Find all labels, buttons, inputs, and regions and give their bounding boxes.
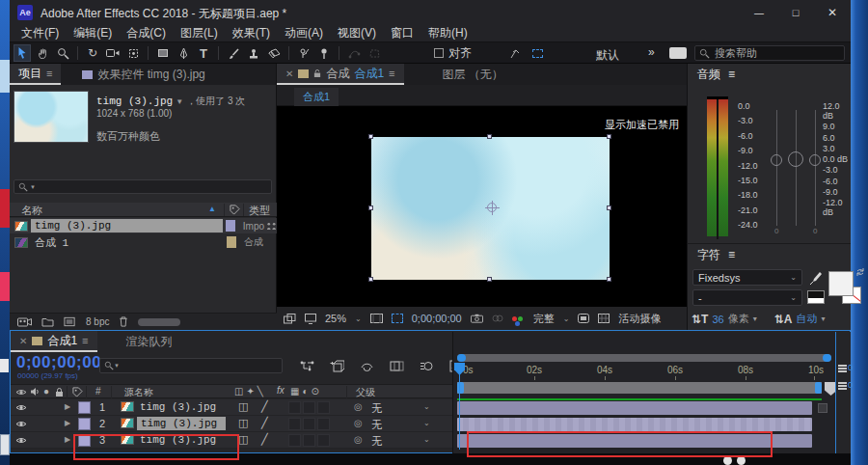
- eye-icon[interactable]: [15, 436, 27, 445]
- label-swatch[interactable]: [227, 236, 236, 248]
- master-level-slider[interactable]: [796, 110, 797, 226]
- zoom-level-dropdown[interactable]: 25%: [325, 313, 346, 324]
- layer-name[interactable]: timg (3).jpg: [140, 401, 216, 413]
- close-tab-icon[interactable]: ✕: [19, 336, 27, 346]
- font-family-dropdown[interactable]: Fixedsys ⌄: [692, 269, 802, 286]
- selection-handle[interactable]: [607, 277, 611, 282]
- transparency-grid-icon[interactable]: [598, 314, 610, 323]
- safe-margins-icon[interactable]: [370, 314, 383, 324]
- panel-menu-icon[interactable]: ≡: [728, 248, 735, 261]
- font-size-value[interactable]: 36: [712, 314, 723, 325]
- mask-feather-icon[interactable]: [506, 44, 524, 62]
- tab-timeline-comp[interactable]: ✕ 合成1 ≡: [11, 331, 97, 352]
- tab-composition[interactable]: ✕ 合成 合成1 ≡: [277, 64, 404, 85]
- pan-behind-tool[interactable]: [124, 44, 142, 62]
- selection-handle[interactable]: [368, 277, 373, 282]
- zoom-tool[interactable]: [54, 44, 71, 62]
- selection-handle[interactable]: [607, 134, 611, 139]
- right-level-slider[interactable]: [815, 110, 816, 226]
- quality-slash-icon[interactable]: ╱: [261, 433, 268, 446]
- label-color-icon[interactable]: [230, 205, 240, 215]
- chevron-down-icon[interactable]: ▾: [821, 315, 825, 323]
- expand-arrow-icon[interactable]: ▶: [65, 435, 70, 444]
- parent-pickwhip-icon[interactable]: ◎: [354, 418, 363, 428]
- quality-slash-icon[interactable]: ╱: [261, 400, 268, 413]
- help-search-box[interactable]: [694, 45, 845, 61]
- selection-tool[interactable]: [14, 44, 31, 62]
- region-of-interest-icon[interactable]: [529, 44, 546, 62]
- project-search-box[interactable]: ▼: [14, 179, 272, 194]
- camera-tool[interactable]: [104, 44, 122, 62]
- layer-row-2[interactable]: ▶ 2 timg (3).jpg ◫ ╱ ◎ 无 ⌄: [11, 416, 452, 432]
- column-type-header[interactable]: 类型: [249, 204, 270, 218]
- chevron-down-icon[interactable]: ▾: [753, 315, 757, 323]
- tab-effect-controls[interactable]: 效果控件 timg (3).jpg: [82, 67, 204, 83]
- panel-menu-icon[interactable]: ≡: [46, 68, 52, 79]
- stroke-color-swatch[interactable]: [807, 290, 825, 304]
- font-style-dropdown[interactable]: - ⌄: [692, 289, 802, 306]
- snap-checkbox[interactable]: [434, 48, 444, 58]
- navigator-end-handle[interactable]: [823, 354, 831, 362]
- swap-fill-stroke-icon[interactable]: [855, 267, 865, 277]
- in-out-columns-icon[interactable]: [838, 365, 847, 367]
- menu-composition[interactable]: 合成(C): [126, 25, 166, 41]
- tab-project[interactable]: 项目 ≡: [10, 64, 61, 85]
- slider-knob[interactable]: [771, 154, 782, 166]
- quality-switch-icon[interactable]: ◫: [238, 400, 248, 413]
- magnification-monitor-icon[interactable]: [305, 314, 316, 324]
- parent-pickwhip-icon[interactable]: ◎: [354, 401, 363, 412]
- pen-tool[interactable]: [175, 44, 192, 62]
- column-number-header[interactable]: #: [95, 386, 101, 397]
- composition-viewer[interactable]: 显示加速已禁用: [277, 106, 687, 307]
- label-swatch[interactable]: [226, 220, 235, 232]
- parent-dropdown[interactable]: 无: [371, 434, 382, 449]
- workspace-switcher[interactable]: 默认: [574, 45, 641, 64]
- eraser-tool[interactable]: [265, 44, 283, 62]
- new-folder-icon[interactable]: [41, 317, 54, 327]
- layer-duration-bar-1[interactable]: [457, 401, 812, 415]
- region-of-interest-icon[interactable]: [392, 314, 403, 323]
- menu-file[interactable]: 文件(F): [21, 25, 59, 41]
- column-source-header[interactable]: 源名称: [124, 386, 153, 399]
- view-layout-dropdown[interactable]: 活动摄像: [618, 312, 661, 326]
- selection-handle[interactable]: [368, 134, 373, 139]
- tab-layer[interactable]: 图层 （无）: [443, 67, 503, 83]
- parent-dropdown[interactable]: 无: [371, 401, 382, 416]
- fast-previews-icon[interactable]: [578, 314, 589, 323]
- sort-ascending-icon[interactable]: ▲: [208, 205, 216, 213]
- new-composition-icon[interactable]: [64, 316, 76, 327]
- chevron-down-icon[interactable]: ▼: [176, 97, 183, 106]
- layer-name-selected[interactable]: timg (3).jpg: [137, 417, 226, 430]
- quality-slash-icon[interactable]: ╱: [261, 417, 268, 429]
- menu-layer[interactable]: 图层(L): [180, 25, 218, 41]
- quality-switch-icon[interactable]: ◫: [238, 433, 248, 446]
- selection-handle[interactable]: [607, 205, 611, 210]
- parent-dropdown[interactable]: 无: [371, 418, 382, 432]
- workspace-overflow-button[interactable]: »: [648, 45, 655, 59]
- menu-help[interactable]: 帮助(H): [428, 25, 468, 41]
- shy-layers-icon[interactable]: [360, 360, 374, 372]
- selection-handle[interactable]: [368, 205, 373, 210]
- panel-menu-icon[interactable]: ≡: [389, 68, 394, 79]
- clone-stamp-tool[interactable]: [245, 44, 262, 62]
- layer-row-1[interactable]: ▶ 1 timg (3).jpg ◫ ╱ ◎ 无 ⌄: [11, 399, 452, 416]
- always-preview-icon[interactable]: [284, 314, 296, 324]
- motion-blur-icon[interactable]: [420, 360, 434, 372]
- snap-toggle[interactable]: 对齐: [434, 42, 472, 64]
- playhead-line[interactable]: [459, 365, 460, 450]
- maximize-button[interactable]: □: [777, 0, 814, 25]
- navigator-start-handle[interactable]: [457, 354, 466, 362]
- frame-blend-icon[interactable]: [390, 360, 404, 372]
- tab-render-queue[interactable]: 渲染队列: [126, 334, 173, 350]
- eye-icon[interactable]: [15, 403, 27, 412]
- menu-view[interactable]: 视图(V): [338, 25, 376, 41]
- menu-effect[interactable]: 效果(T): [232, 25, 270, 41]
- roto-brush-tool[interactable]: [295, 44, 312, 62]
- fill-color-swatch[interactable]: [828, 271, 854, 296]
- puppet-pin-tool[interactable]: [315, 44, 333, 62]
- timeline-search-box[interactable]: ▼: [99, 358, 283, 373]
- slider-knob[interactable]: [809, 154, 821, 166]
- close-button[interactable]: ✕: [814, 0, 851, 25]
- comp-timecode[interactable]: 0;00;00;00: [412, 313, 462, 324]
- panel-menu-icon[interactable]: ≡: [82, 335, 88, 346]
